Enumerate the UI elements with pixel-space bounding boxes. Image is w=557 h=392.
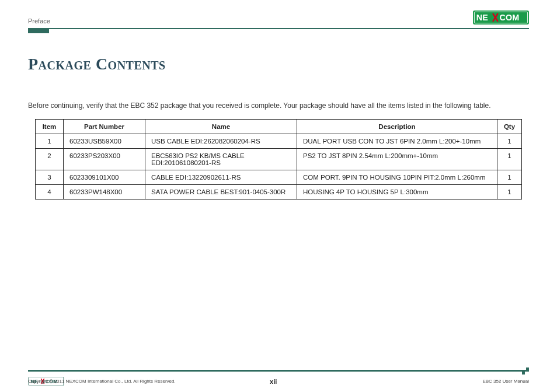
cell-name: EBC563IO PS2 KB/MS CABLE EDI:20106108020… xyxy=(145,149,297,170)
cell-name: CABLE EDI:13220902611-RS xyxy=(145,170,297,185)
copyright-text: Copyright © 2011 NEXCOM International Co… xyxy=(28,379,529,384)
cell-part: 6023309101X00 xyxy=(64,170,145,185)
header-desc: Description xyxy=(297,120,497,134)
header-section-label: Preface xyxy=(28,18,50,24)
table-row: 260233PS203X00EBC563IO PS2 KB/MS CABLE E… xyxy=(36,149,522,170)
cell-qty: 1 xyxy=(497,149,522,170)
cell-item: 1 xyxy=(36,134,64,149)
cell-qty: 1 xyxy=(497,170,522,185)
footer-rule xyxy=(28,370,529,374)
page-number: xii xyxy=(270,378,277,385)
cell-qty: 1 xyxy=(497,134,522,149)
table-row: 160233USB59X00USB CABLE EDI:262082060204… xyxy=(36,134,522,149)
table-row: 460233PW148X00SATA POWER CABLE BEST:901-… xyxy=(36,185,522,200)
cell-desc: DUAL PORT USB CON TO JST 6PIN 2.0mm L:20… xyxy=(297,134,497,149)
header-part: Part Number xyxy=(64,120,145,134)
cell-item: 2 xyxy=(36,149,64,170)
cell-part: 60233USB59X00 xyxy=(64,134,145,149)
cell-qty: 1 xyxy=(497,185,522,200)
table-header-row: Item Part Number Name Description Qty xyxy=(36,120,522,134)
cell-item: 4 xyxy=(36,185,64,200)
cell-item: 3 xyxy=(36,170,64,185)
table-row: 36023309101X00CABLE EDI:13220902611-RSCO… xyxy=(36,170,522,185)
cell-part: 60233PW148X00 xyxy=(64,185,145,200)
header-qty: Qty xyxy=(497,120,522,134)
page-title: Package Contents xyxy=(28,55,529,74)
cell-name: SATA POWER CABLE BEST:901-0405-300R xyxy=(145,185,297,200)
svg-text:NE: NE xyxy=(476,13,488,22)
cell-desc: COM PORT. 9PIN TO HOUSING 10PIN PIT:2.0m… xyxy=(297,170,497,185)
cell-part: 60233PS203X00 xyxy=(64,149,145,170)
svg-text:COM: COM xyxy=(500,13,520,22)
cell-desc: HOUSING 4P TO HOUSING 5P L:300mm xyxy=(297,185,497,200)
cell-name: USB CABLE EDI:262082060204-RS xyxy=(145,134,297,149)
cell-desc: PS2 TO JST 8PIN 2.54mm L:200mm+-10mm xyxy=(297,149,497,170)
header-rule xyxy=(28,28,529,34)
header-item: Item xyxy=(36,120,64,134)
intro-text: Before continuing, verify that the EBC 3… xyxy=(28,102,529,110)
package-contents-table: Item Part Number Name Description Qty 16… xyxy=(35,119,522,200)
nexcom-logo-icon: NE COM xyxy=(473,10,529,24)
manual-name: EBC 352 User Manual xyxy=(482,379,529,384)
footer-deco-icon xyxy=(522,368,529,374)
header-name: Name xyxy=(145,120,297,134)
